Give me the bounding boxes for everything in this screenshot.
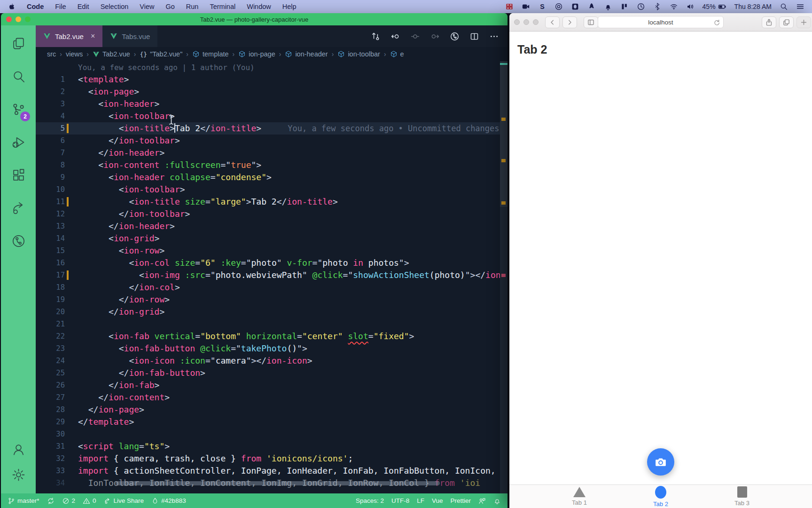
app-tab-tab-3[interactable]: Tab 3	[702, 485, 783, 508]
breadcrumb-item[interactable]: ion-header	[285, 50, 328, 58]
breadcrumb-item[interactable]: src	[47, 50, 56, 58]
status-item-sync[interactable]	[47, 497, 55, 505]
status-item-branch[interactable]: master*	[8, 497, 39, 505]
status-wifi[interactable]	[670, 2, 678, 11]
editor-tab-tab2.vue[interactable]: Tab2.vue×	[36, 25, 102, 47]
code-line-16[interactable]: 16 <ion-col size="6" :key="photo" v-for=…	[36, 257, 508, 269]
code-line-13[interactable]: 13 </ion-header>	[36, 220, 508, 232]
status-item-liveshare-sm[interactable]: Live Share	[104, 497, 144, 505]
status-item-spaces-2[interactable]: Spaces: 2	[356, 497, 384, 504]
status-s-letter[interactable]: S	[538, 2, 547, 11]
status-rocket[interactable]	[587, 2, 596, 11]
breadcrumb-item[interactable]: ion-page	[238, 50, 275, 58]
status-text[interactable]: Thu 8:28 AM	[734, 3, 772, 10]
action-open-changes[interactable]	[371, 32, 381, 41]
status-menu-lines[interactable]	[796, 2, 804, 11]
activity-debug[interactable]	[8, 132, 29, 152]
status-item-paint[interactable]: #42b883	[151, 497, 186, 505]
status-oval[interactable]	[571, 2, 579, 11]
code-line-11[interactable]: 11 <ion-title size="large">Tab 2</ion-ti…	[36, 196, 508, 208]
code-line-8[interactable]: 8 <ion-content :fullscreen="true">	[36, 159, 508, 171]
code-editor[interactable]: You, a few seconds ago | 1 author (You) …	[36, 61, 508, 493]
code-line-17[interactable]: 17 <ion-img :src="photo.webviewPath" @cl…	[36, 269, 508, 281]
sidebar-toggle-button[interactable]	[584, 16, 598, 28]
code-line-21[interactable]: 21	[36, 318, 508, 330]
activity-account[interactable]	[8, 439, 29, 460]
action-prev-change[interactable]	[390, 32, 400, 41]
code-line-33[interactable]: 33import { actionSheetController, IonPag…	[36, 465, 508, 477]
tabs-overview-button[interactable]	[779, 16, 794, 28]
status-item-vue[interactable]: Vue	[432, 497, 443, 504]
activity-gitlens[interactable]	[8, 230, 29, 251]
menu-item-go[interactable]: Go	[165, 3, 174, 10]
status-videocam[interactable]	[522, 2, 530, 11]
status-item-error[interactable]: 2	[62, 497, 76, 505]
code-line-28[interactable]: 28 </ion-page>	[36, 404, 508, 416]
editor-tab-tabs.vue[interactable]: Tabs.vue	[102, 25, 157, 47]
status-bell-menu[interactable]	[604, 2, 612, 11]
minimize-window-button[interactable]	[523, 19, 529, 25]
action-split-editor[interactable]	[469, 32, 479, 41]
close-tab-icon[interactable]: ×	[91, 32, 95, 40]
activity-liveshare[interactable]	[8, 198, 29, 218]
status-spotlight[interactable]	[780, 2, 788, 11]
code-line-2[interactable]: 2 <ion-page>	[36, 86, 508, 98]
app-tab-tab-1[interactable]: Tab 1	[539, 485, 620, 508]
status-film[interactable]	[505, 2, 514, 11]
zoom-window-button[interactable]	[533, 19, 539, 25]
code-line-19[interactable]: 19 </ion-row>	[36, 294, 508, 306]
code-line-22[interactable]: 22 <ion-fab vertical="bottom" horizontal…	[36, 330, 508, 342]
address-bar[interactable]: localhost	[598, 16, 724, 28]
status-volume[interactable]	[686, 2, 695, 11]
code-line-1[interactable]: 1<template>	[36, 73, 508, 86]
action-more[interactable]	[489, 32, 499, 41]
breadcrumb-item[interactable]: Tab2.vue	[93, 50, 130, 58]
breadcrumb-item[interactable]: e	[390, 50, 404, 58]
activity-search[interactable]	[8, 66, 29, 87]
status-item-lf[interactable]: LF	[417, 497, 424, 504]
code-line-10[interactable]: 10 <ion-toolbar>	[36, 183, 508, 196]
code-line-27[interactable]: 27 </ion-content>	[36, 391, 508, 404]
menu-item-selection[interactable]: Selection	[101, 3, 129, 10]
code-line-26[interactable]: 26 </ion-fab>	[36, 379, 508, 391]
apple-menu[interactable]	[8, 3, 16, 11]
new-tab-button[interactable]	[796, 16, 811, 28]
code-line-24[interactable]: 24 <ion-icon :icon="camera"></ion-icon>	[36, 355, 508, 367]
horizontal-scrollbar[interactable]	[116, 481, 440, 485]
status-item-warn[interactable]: 0	[83, 497, 96, 505]
menu-item-window[interactable]: Window	[247, 3, 271, 10]
code-line-20[interactable]: 20 </ion-grid>	[36, 306, 508, 318]
code-line-18[interactable]: 18 </ion-col>	[36, 281, 508, 294]
status-item-utf-8[interactable]: UTF-8	[391, 497, 409, 504]
forward-button[interactable]	[562, 16, 577, 28]
code-line-9[interactable]: 9 <ion-header collapse="condense">	[36, 171, 508, 183]
activity-settings[interactable]	[8, 464, 29, 485]
menu-item-run[interactable]: Run	[186, 3, 199, 10]
menu-item-edit[interactable]: Edit	[78, 3, 89, 10]
activity-files[interactable]	[8, 33, 29, 54]
menu-item-view[interactable]: View	[140, 3, 154, 10]
close-window-button[interactable]	[514, 19, 520, 25]
code-line-30[interactable]: 30	[36, 428, 508, 440]
action-next-change[interactable]	[430, 32, 440, 41]
safari-window-controls[interactable]	[514, 19, 539, 25]
close-window-button[interactable]	[6, 16, 12, 22]
minimize-window-button[interactable]	[16, 16, 21, 22]
back-button[interactable]	[545, 16, 560, 28]
breadcrumb-item[interactable]: {}"Tab2.vue"	[140, 50, 182, 58]
code-lines[interactable]: 1<template>2 <ion-page>3 <ion-header>4 <…	[36, 73, 508, 489]
overview-ruler[interactable]	[500, 61, 508, 493]
activity-source-control[interactable]: 2	[8, 99, 29, 119]
take-photo-fab-button[interactable]	[647, 448, 674, 476]
action-change[interactable]	[410, 32, 420, 41]
code-line-25[interactable]: 25 </ion-fab-button>	[36, 367, 508, 379]
code-line-7[interactable]: 7 </ion-header>	[36, 147, 508, 159]
code-line-23[interactable]: 23 <ion-fab-button @click="takePhoto()">	[36, 342, 508, 355]
menu-item-code[interactable]: Code	[27, 3, 44, 10]
status-battery[interactable]: 45%	[703, 2, 726, 11]
breadcrumb-item[interactable]: ion-toolbar	[337, 50, 380, 58]
status-item-prettier[interactable]: Prettier	[450, 497, 471, 504]
code-line-14[interactable]: 14 <ion-grid>	[36, 232, 508, 245]
code-line-31[interactable]: 31<script lang="ts">	[36, 440, 508, 452]
activity-extensions[interactable]	[8, 165, 29, 185]
